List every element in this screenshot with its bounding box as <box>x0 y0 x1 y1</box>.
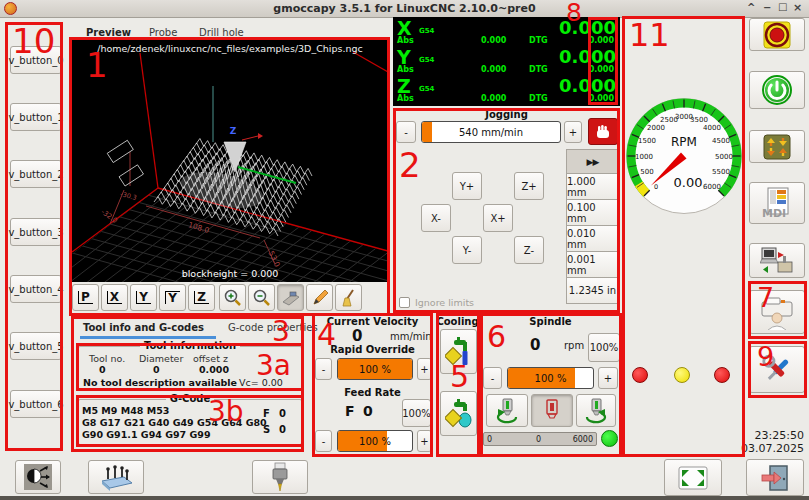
mist-coolant-button[interactable] <box>440 329 477 374</box>
home-all-axes-button[interactable] <box>749 130 805 163</box>
touch-off-button[interactable] <box>15 460 61 494</box>
zoom-in-button[interactable] <box>219 284 246 311</box>
sidebar-item-v-button-1[interactable]: v_button_1 <box>10 103 62 131</box>
spindle-stop-button[interactable] <box>531 394 573 427</box>
broom-icon <box>339 288 359 308</box>
sidebar-item-v-button-6[interactable]: v_button_6 <box>10 390 62 418</box>
jog-x-plus-button[interactable]: X+ <box>483 204 513 232</box>
shade-button[interactable]: ^ <box>747 2 755 13</box>
spindle-override-value: 100 % <box>508 373 593 384</box>
current-velocity-unit: mm/min <box>390 331 432 342</box>
spindle-override-slider[interactable]: 100 % <box>507 367 594 389</box>
feed-plus-button[interactable]: + <box>417 430 432 452</box>
sidebar-item-v-button-5[interactable]: v_button_5 <box>10 332 62 360</box>
dro-abs-label: Abs <box>397 36 414 45</box>
tab-drill-hole[interactable]: Drill hole <box>199 27 244 38</box>
dro-abs-value: 0.000 <box>481 36 506 45</box>
zoom-in-icon <box>223 288 243 308</box>
view-p-button[interactable]: P <box>72 284 99 311</box>
feed-minus-button[interactable]: - <box>315 430 332 452</box>
hand-jog-mode-button[interactable] <box>588 118 618 145</box>
gauge-tick-5000: 5000 <box>715 153 733 161</box>
sidebar-item-v-button-3[interactable]: v_button_3 <box>10 218 62 246</box>
rapid-minus-button[interactable]: - <box>315 358 332 380</box>
minimize-button[interactable]: − <box>763 2 771 13</box>
increment-1mm[interactable]: 1.000 mm <box>566 173 619 200</box>
jog-speed-minus-button[interactable]: - <box>396 121 416 143</box>
mdi-mode-button[interactable]: MDI <box>749 182 805 224</box>
jog-y-plus-button[interactable]: Y+ <box>452 172 482 200</box>
mdi-icon: MDI <box>760 186 794 220</box>
increment-001mm[interactable]: 0.010 mm <box>566 225 619 252</box>
jogging-title: Jogging <box>393 109 620 120</box>
gremlin-preview-canvas[interactable]: 108.0 53.0 -32.0 -30.3 Z /home/zdenek/li… <box>72 40 388 282</box>
jog-y-minus-button[interactable]: Y- <box>452 236 482 264</box>
exit-button[interactable] <box>746 459 804 496</box>
tab-probe[interactable]: Probe <box>149 27 177 38</box>
tool-measure-button[interactable] <box>252 460 308 494</box>
jog-speed-slider[interactable]: 540 mm/min <box>421 121 561 143</box>
increment-0001mm[interactable]: 0.001 mm <box>566 251 619 278</box>
sidebar-item-v-button-2[interactable]: v_button_2 <box>10 160 62 188</box>
dimensions-button[interactable] <box>306 284 333 311</box>
dro-panel[interactable]: X G54 0.000 Abs 0.000 DTG 0.000 Y G54 0.… <box>393 17 620 106</box>
jog-z-minus-button[interactable]: Z- <box>514 236 544 264</box>
spindle-minus-button[interactable]: - <box>483 367 502 389</box>
pencil-icon <box>310 288 330 308</box>
fullscreen-icon <box>678 466 708 490</box>
sidebar-item-v-button-4[interactable]: v_button_4 <box>10 275 62 303</box>
toolpath-toggle-button[interactable] <box>277 284 304 311</box>
view-y2-button[interactable]: Y <box>159 284 186 311</box>
tab-gcode-properties[interactable]: G-code properties <box>228 322 318 333</box>
rapid-plus-button[interactable]: + <box>417 358 432 380</box>
zoom-out-icon <box>252 288 272 308</box>
dro-coord-system: G54 <box>419 85 435 93</box>
dro-coord-system: G54 <box>419 56 435 64</box>
settings-button[interactable] <box>749 346 805 393</box>
dro-dtg-label: DTG <box>529 94 548 103</box>
tab-tool-info[interactable]: Tool info and G-codes <box>83 322 204 333</box>
gcode-line-2: G8 G17 G21 G40 G49 G54 G64 G80 <box>82 417 267 428</box>
close-button[interactable]: × <box>793 1 802 14</box>
feed-reset-button[interactable]: 100% <box>402 399 431 427</box>
clear-plot-button[interactable] <box>335 284 362 311</box>
view-y-button[interactable]: Y <box>130 284 157 311</box>
cooling-title: Cooling <box>436 316 479 327</box>
flood-coolant-button[interactable] <box>440 391 477 436</box>
machine-setup-button[interactable] <box>749 243 805 278</box>
machine-power-button[interactable] <box>749 71 805 109</box>
fullscreen-button[interactable] <box>664 459 722 496</box>
maximize-button[interactable]: □ <box>778 1 787 12</box>
touch-plate-icon <box>98 463 134 491</box>
dro-abs-label: Abs <box>397 94 414 103</box>
gmoccapy-window: gmoccapy 3.5.1 for LinuxCNC 2.10.0~pre0 … <box>0 0 809 500</box>
touch-plate-button[interactable] <box>88 460 144 494</box>
increment-continuous[interactable]: ▶▶ <box>566 149 619 174</box>
rapid-override-slider[interactable]: 100 % <box>337 358 413 380</box>
ignore-limits-checkbox[interactable] <box>399 297 410 308</box>
view-z-button[interactable]: Z <box>188 284 215 311</box>
spindle-ccw-button[interactable] <box>486 394 528 427</box>
gcode-f-value: 0 <box>279 408 286 419</box>
gcode-frame: G-Code M5 M9 M48 M53 G8 G17 G21 G40 G49 … <box>78 399 302 445</box>
ignore-limits-label: Ignore limits <box>415 297 474 308</box>
jog-speed-plus-button[interactable]: + <box>564 121 582 143</box>
view-x-button[interactable]: X <box>101 284 128 311</box>
spindle-cw-button[interactable] <box>576 394 616 427</box>
dro-axis-value: 0.000 <box>559 17 616 38</box>
tool-change-button[interactable] <box>749 290 805 334</box>
jog-z-plus-button[interactable]: Z+ <box>514 172 544 200</box>
spindle-reset-button[interactable]: 100% <box>588 333 620 362</box>
feed-override-slider[interactable]: 100 % <box>337 430 413 452</box>
jog-x-minus-button[interactable]: X- <box>421 204 451 232</box>
sidebar-item-v-button-0[interactable]: v_button_0 <box>10 46 62 74</box>
dro-axis-value: 0.000 <box>559 46 616 67</box>
hand-icon <box>593 124 613 140</box>
spindle-plus-button[interactable]: + <box>598 367 618 389</box>
zoom-out-button[interactable] <box>248 284 275 311</box>
increment-01mm[interactable]: 0.100 mm <box>566 199 619 226</box>
machine-led-middle <box>674 367 690 383</box>
dro-dtg-value: 0.000 <box>589 36 614 45</box>
estop-button[interactable] <box>749 18 805 51</box>
increment-inch[interactable]: 1.2345 in <box>566 277 619 304</box>
